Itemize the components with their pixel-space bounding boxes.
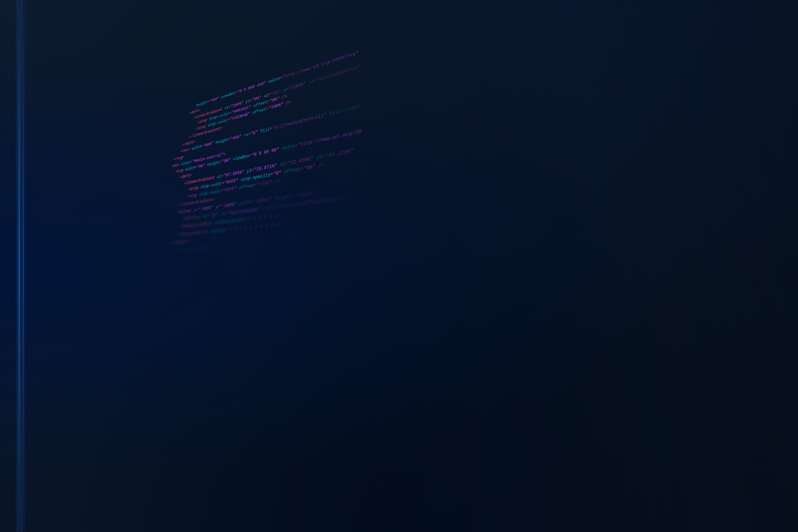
code-screenshot: height="450" viewBox="0 0 800 450" xmlns… [0, 0, 798, 532]
glow-line-left [19, 0, 20, 532]
code-block: height="450" viewBox="0 0 800 450" xmlns… [78, 0, 798, 532]
